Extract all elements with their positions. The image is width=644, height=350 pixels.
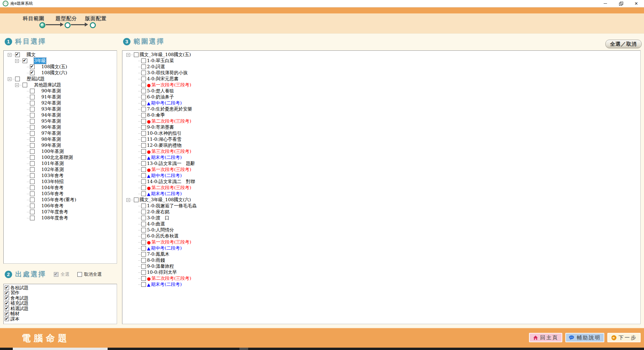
- tree-item-label[interactable]: 第一次段考(三段考): [151, 239, 191, 245]
- source-item[interactable]: 習作: [5, 291, 117, 296]
- tree-item-label[interactable]: 99年基測: [41, 142, 61, 148]
- tree-item-label[interactable]: 7-0:生於憂患死於安樂: [147, 106, 192, 112]
- tree-checkbox[interactable]: [141, 228, 146, 232]
- tree-item[interactable]: 9-0:寄弟墨書: [122, 124, 640, 130]
- tree-checkbox[interactable]: [141, 185, 146, 190]
- tree-item[interactable]: 104年會考: [4, 185, 117, 191]
- tree-item[interactable]: 100北北基聯測: [4, 155, 117, 161]
- tree-item[interactable]: 國文_3年級_108國文(六): [122, 197, 640, 203]
- tree-checkbox[interactable]: [141, 143, 146, 148]
- tree-item[interactable]: 3年級: [4, 58, 117, 64]
- tree-item[interactable]: 92年基測: [4, 100, 117, 106]
- tree-item[interactable]: 108國文(五): [4, 64, 117, 70]
- tree-checkbox[interactable]: [15, 52, 20, 57]
- tree-checkbox[interactable]: [30, 198, 35, 202]
- tree-item[interactable]: ●第三次段考(三段考): [122, 148, 640, 155]
- tree-checkbox[interactable]: [141, 77, 146, 81]
- tree-item[interactable]: 7-0:鳳凰木: [122, 251, 640, 257]
- tree-item[interactable]: 10-0:得到太早: [122, 269, 640, 275]
- tree-item-label[interactable]: 105年會考: [41, 191, 64, 197]
- tree-checkbox[interactable]: [141, 264, 146, 269]
- tree-item-label[interactable]: 108國文(五): [41, 64, 67, 70]
- tree-item-label[interactable]: 98年基測: [41, 136, 61, 142]
- source-checkbox[interactable]: [5, 296, 9, 300]
- tree-item-label[interactable]: 105年會考(重考): [41, 197, 76, 203]
- tree-item[interactable]: 2-0:詞選: [122, 64, 640, 70]
- tree-item[interactable]: 3-0:渡 口: [122, 215, 640, 221]
- tree-item-label[interactable]: 94年基測: [41, 112, 61, 118]
- tree-checkbox[interactable]: [141, 179, 146, 184]
- tree-checkbox[interactable]: [141, 204, 146, 208]
- tree-item[interactable]: 96年基測: [4, 124, 117, 130]
- tree-item[interactable]: 103年會考: [4, 173, 117, 179]
- tree-item-label[interactable]: 103年特招: [41, 179, 64, 185]
- tree-item[interactable]: 14-0:語文常識二 對聯: [122, 179, 640, 185]
- tree-item[interactable]: 10-0:水神的指引: [122, 130, 640, 136]
- tree-item-label[interactable]: 國文: [27, 52, 36, 58]
- tree-checkbox[interactable]: [134, 52, 139, 57]
- tree-item-label[interactable]: 7-0:鳳凰木: [147, 251, 169, 257]
- tree-item[interactable]: ●第一次段考(三段考): [122, 167, 640, 173]
- tree-checkbox[interactable]: [141, 216, 146, 220]
- tree-item-label[interactable]: 3年級: [34, 58, 46, 64]
- tree-item[interactable]: 歷屆試題: [4, 76, 117, 82]
- tree-item[interactable]: 91年基測: [4, 94, 117, 100]
- tree-item-label[interactable]: 8-0:雨錢: [147, 257, 165, 263]
- tree-checkbox[interactable]: [141, 252, 146, 257]
- tree-item-label[interactable]: 5-0:楚人養狙: [147, 88, 174, 94]
- tree-item[interactable]: ▲期中考(二段考): [122, 173, 640, 179]
- tree-item-label[interactable]: 3-0:尋找薄荷的小孩: [147, 70, 188, 76]
- tree-checkbox[interactable]: [30, 131, 35, 136]
- tree-checkbox[interactable]: [30, 204, 35, 208]
- tree-checkbox[interactable]: [141, 101, 146, 105]
- tree-item[interactable]: 其他題庫試題: [4, 82, 117, 88]
- tree-item[interactable]: 6-0:呂氏春秋選: [122, 233, 640, 239]
- tree-item-label[interactable]: 期末考(二段考): [151, 155, 182, 161]
- tree-checkbox[interactable]: [141, 276, 146, 281]
- tree-checkbox[interactable]: [141, 107, 146, 112]
- tree-checkbox[interactable]: [141, 246, 146, 251]
- tree-checkbox[interactable]: [30, 95, 35, 99]
- tree-checkbox[interactable]: [141, 89, 146, 93]
- tree-item[interactable]: ▲期末考(二段考): [122, 281, 640, 288]
- tree-item[interactable]: 8-0:傘季: [122, 112, 640, 118]
- tree-item-label[interactable]: 其他題庫試題: [34, 82, 61, 88]
- tree-checkbox[interactable]: [141, 149, 146, 154]
- tree-item-label[interactable]: 104年會考: [41, 185, 64, 191]
- tree-checkbox[interactable]: [30, 191, 35, 196]
- tree-item-label[interactable]: 4-0:曲選: [147, 221, 165, 227]
- tree-item[interactable]: 95年基測: [4, 118, 117, 124]
- tree-item-label[interactable]: 5-0:人間情分: [147, 227, 174, 233]
- tree-item[interactable]: 105年會考: [4, 191, 117, 197]
- tree-item-label[interactable]: 100北北基聯測: [41, 155, 73, 161]
- tree-item[interactable]: 100年基測: [4, 148, 117, 155]
- tree-item[interactable]: 13-0:語文常識一 題辭: [122, 161, 640, 167]
- tree-checkbox[interactable]: [30, 216, 35, 220]
- tree-checkbox[interactable]: [30, 210, 35, 214]
- tree-item[interactable]: ●第二次段考(三段考): [122, 185, 640, 191]
- tree-checkbox[interactable]: [141, 125, 146, 130]
- deselect-all-checkbox[interactable]: [77, 272, 82, 277]
- tree-item[interactable]: 101年基測: [4, 161, 117, 167]
- tree-checkbox[interactable]: [141, 58, 146, 63]
- tree-item[interactable]: 5-0:人間情分: [122, 227, 640, 233]
- tree-checkbox[interactable]: [141, 155, 146, 160]
- tree-item-label[interactable]: 11-0:湖心亭看雪: [147, 136, 181, 142]
- tree-checkbox[interactable]: [30, 179, 35, 184]
- tree-checkbox[interactable]: [141, 282, 146, 287]
- source-item[interactable]: 課本: [5, 316, 117, 322]
- tree-item[interactable]: 98年基測: [4, 136, 117, 142]
- tree-item[interactable]: 7-0:生於憂患死於安樂: [122, 106, 640, 112]
- tree-item-label[interactable]: 1-0:我邂逅了一條毛毛蟲: [147, 203, 197, 209]
- tree-item-label[interactable]: 10-0:得到太早: [147, 269, 177, 275]
- source-item[interactable]: 各校試題: [5, 285, 117, 291]
- tree-checkbox[interactable]: [141, 234, 146, 238]
- tree-checkbox[interactable]: [30, 149, 35, 154]
- tree-checkbox[interactable]: [30, 125, 35, 130]
- tree-item-label[interactable]: 106年會考: [41, 203, 64, 209]
- source-checkbox[interactable]: [5, 317, 9, 321]
- tree-item[interactable]: ●第二次段考(三段考): [122, 118, 640, 124]
- next-step-button[interactable]: ➜ 下一步: [607, 333, 641, 342]
- tree-item[interactable]: 99年基測: [4, 142, 117, 148]
- tree-item[interactable]: 108國文(六): [4, 70, 117, 76]
